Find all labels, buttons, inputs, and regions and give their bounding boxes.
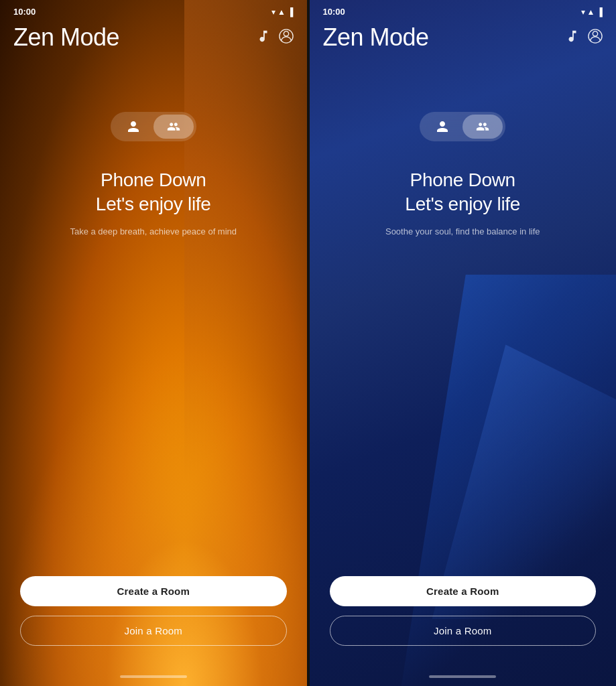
status-icons-right: ▾ ▲ ▐ <box>581 7 603 17</box>
app-title-left: Zen Mode <box>13 23 119 52</box>
signal-icon-right: ▲ <box>587 7 595 17</box>
join-room-btn-left[interactable]: Join a Room <box>20 616 287 646</box>
signal-icon-left: ▲ <box>278 7 286 17</box>
status-bar-right: 10:00 ▾ ▲ ▐ <box>310 0 617 20</box>
group-mode-btn-right[interactable] <box>463 115 503 139</box>
battery-icon-left: ▐ <box>288 7 294 17</box>
music-icon-left[interactable] <box>256 29 271 47</box>
main-title-right: Phone DownLet's enjoy life <box>385 168 540 217</box>
svg-point-2 <box>593 31 597 36</box>
wifi-icon-right: ▾ <box>581 7 585 17</box>
buttons-left: Create a Room Join a Room <box>0 576 307 646</box>
home-indicator-left <box>120 675 187 678</box>
buttons-right: Create a Room Join a Room <box>310 576 617 646</box>
header-left: Zen Mode <box>0 20 307 58</box>
status-bar-left: 10:00 ▾ ▲ ▐ <box>0 0 307 20</box>
main-content-right: Phone DownLet's enjoy life Soothe your s… <box>372 168 554 236</box>
mode-toggle-right[interactable] <box>420 112 505 141</box>
main-subtitle-left: Take a deep breath, achieve peace of min… <box>70 226 237 236</box>
time-right: 10:00 <box>323 7 345 17</box>
phone-left: 10:00 ▾ ▲ ▐ Zen Mode <box>0 0 307 686</box>
wifi-icon-left: ▾ <box>271 7 275 17</box>
create-room-btn-left[interactable]: Create a Room <box>20 576 287 606</box>
phone-right: 10:00 ▾ ▲ ▐ Zen Mode <box>310 0 617 686</box>
app-title-right: Zen Mode <box>323 23 429 52</box>
header-icons-right <box>565 29 603 47</box>
join-room-btn-right[interactable]: Join a Room <box>330 616 597 646</box>
battery-icon-right: ▐ <box>597 7 603 17</box>
group-mode-btn-left[interactable] <box>153 115 194 139</box>
header-icons-left <box>256 29 294 47</box>
header-right: Zen Mode <box>310 20 617 58</box>
profile-icon-left[interactable] <box>279 29 294 47</box>
create-room-btn-right[interactable]: Create a Room <box>330 576 597 606</box>
solo-mode-btn-left[interactable] <box>113 115 153 139</box>
main-content-left: Phone DownLet's enjoy life Take a deep b… <box>56 168 250 236</box>
app-container: 10:00 ▾ ▲ ▐ Zen Mode <box>0 0 616 686</box>
home-indicator-right <box>429 675 496 678</box>
main-subtitle-right: Soothe your soul, find the balance in li… <box>385 226 540 236</box>
profile-icon-right[interactable] <box>588 29 603 47</box>
status-icons-left: ▾ ▲ ▐ <box>271 7 293 17</box>
solo-mode-btn-right[interactable] <box>422 115 463 139</box>
svg-point-0 <box>284 31 288 36</box>
mode-toggle-left[interactable] <box>111 112 196 141</box>
main-title-left: Phone DownLet's enjoy life <box>70 168 237 217</box>
time-left: 10:00 <box>13 7 36 17</box>
music-icon-right[interactable] <box>565 29 580 47</box>
